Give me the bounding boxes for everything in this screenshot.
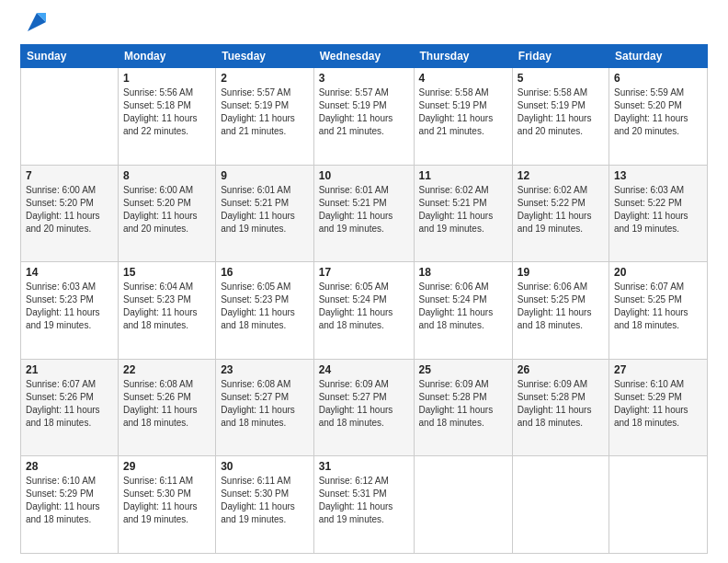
calendar-header-tuesday: Tuesday	[216, 45, 314, 68]
day-info: Sunrise: 6:01 AM Sunset: 5:21 PM Dayligh…	[221, 184, 309, 236]
calendar-week-row: 28Sunrise: 6:10 AM Sunset: 5:29 PM Dayli…	[21, 456, 708, 554]
calendar-day-21: 21Sunrise: 6:07 AM Sunset: 5:26 PM Dayli…	[21, 359, 119, 456]
day-number: 11	[419, 169, 507, 182]
day-info: Sunrise: 6:04 AM Sunset: 5:23 PM Dayligh…	[123, 281, 210, 332]
day-number: 31	[319, 460, 409, 473]
day-number: 13	[614, 169, 702, 182]
calendar-day-24: 24Sunrise: 6:09 AM Sunset: 5:27 PM Dayli…	[313, 359, 414, 456]
day-number: 2	[221, 72, 309, 85]
calendar-day-28: 28Sunrise: 6:10 AM Sunset: 5:29 PM Dayli…	[21, 456, 119, 554]
day-info: Sunrise: 6:05 AM Sunset: 5:24 PM Dayligh…	[319, 281, 409, 332]
calendar-day-empty	[21, 68, 119, 166]
calendar-day-2: 2Sunrise: 5:57 AM Sunset: 5:19 PM Daylig…	[216, 68, 314, 166]
calendar-week-row: 7Sunrise: 6:00 AM Sunset: 5:20 PM Daylig…	[21, 165, 708, 262]
day-number: 7	[26, 169, 113, 182]
day-info: Sunrise: 6:07 AM Sunset: 5:26 PM Dayligh…	[26, 378, 113, 430]
day-number: 19	[518, 266, 604, 279]
calendar-day-13: 13Sunrise: 6:03 AM Sunset: 5:22 PM Dayli…	[609, 165, 707, 262]
day-info: Sunrise: 6:03 AM Sunset: 5:22 PM Dayligh…	[614, 184, 702, 236]
day-info: Sunrise: 6:09 AM Sunset: 5:28 PM Dayligh…	[518, 378, 604, 430]
day-info: Sunrise: 6:02 AM Sunset: 5:21 PM Dayligh…	[419, 184, 507, 236]
calendar-week-row: 21Sunrise: 6:07 AM Sunset: 5:26 PM Dayli…	[21, 359, 708, 456]
calendar-day-30: 30Sunrise: 6:11 AM Sunset: 5:30 PM Dayli…	[216, 456, 314, 554]
calendar-day-4: 4Sunrise: 5:58 AM Sunset: 5:19 PM Daylig…	[414, 68, 512, 166]
day-info: Sunrise: 6:10 AM Sunset: 5:29 PM Dayligh…	[26, 475, 113, 526]
calendar-day-10: 10Sunrise: 6:01 AM Sunset: 5:21 PM Dayli…	[313, 165, 414, 262]
calendar-day-9: 9Sunrise: 6:01 AM Sunset: 5:21 PM Daylig…	[216, 165, 314, 262]
day-number: 29	[123, 460, 210, 473]
day-info: Sunrise: 5:57 AM Sunset: 5:19 PM Dayligh…	[319, 86, 409, 138]
calendar-day-12: 12Sunrise: 6:02 AM Sunset: 5:22 PM Dayli…	[512, 165, 609, 262]
day-info: Sunrise: 6:09 AM Sunset: 5:27 PM Dayligh…	[319, 378, 409, 430]
calendar-day-11: 11Sunrise: 6:02 AM Sunset: 5:21 PM Dayli…	[414, 165, 512, 262]
calendar-day-empty	[609, 456, 707, 554]
header	[20, 17, 708, 35]
day-number: 15	[123, 266, 210, 279]
day-number: 14	[26, 266, 113, 279]
calendar-day-6: 6Sunrise: 5:59 AM Sunset: 5:20 PM Daylig…	[609, 68, 707, 166]
day-number: 6	[614, 72, 702, 85]
page: SundayMondayTuesdayWednesdayThursdayFrid…	[0, 0, 728, 563]
day-info: Sunrise: 6:10 AM Sunset: 5:29 PM Dayligh…	[614, 378, 702, 430]
calendar-day-19: 19Sunrise: 6:06 AM Sunset: 5:25 PM Dayli…	[512, 262, 609, 360]
calendar-day-16: 16Sunrise: 6:05 AM Sunset: 5:23 PM Dayli…	[216, 262, 314, 360]
day-number: 25	[419, 363, 507, 376]
day-number: 22	[123, 363, 210, 376]
day-number: 26	[518, 363, 604, 376]
day-info: Sunrise: 6:02 AM Sunset: 5:22 PM Dayligh…	[518, 184, 604, 236]
logo-icon	[24, 9, 50, 35]
calendar-header-thursday: Thursday	[414, 45, 512, 68]
calendar-day-empty	[414, 456, 512, 554]
day-info: Sunrise: 6:12 AM Sunset: 5:31 PM Dayligh…	[319, 475, 409, 526]
calendar-day-27: 27Sunrise: 6:10 AM Sunset: 5:29 PM Dayli…	[609, 359, 707, 456]
day-info: Sunrise: 5:59 AM Sunset: 5:20 PM Dayligh…	[614, 86, 702, 138]
day-info: Sunrise: 5:56 AM Sunset: 5:18 PM Dayligh…	[123, 86, 210, 138]
calendar-header-wednesday: Wednesday	[313, 45, 414, 68]
calendar-day-26: 26Sunrise: 6:09 AM Sunset: 5:28 PM Dayli…	[512, 359, 609, 456]
calendar-header-monday: Monday	[118, 45, 215, 68]
day-number: 4	[419, 72, 507, 85]
day-number: 27	[614, 363, 702, 376]
day-number: 12	[518, 169, 604, 182]
day-number: 18	[419, 266, 507, 279]
calendar-day-5: 5Sunrise: 5:58 AM Sunset: 5:19 PM Daylig…	[512, 68, 609, 166]
calendar-week-row: 1Sunrise: 5:56 AM Sunset: 5:18 PM Daylig…	[21, 68, 708, 166]
day-info: Sunrise: 6:00 AM Sunset: 5:20 PM Dayligh…	[26, 184, 113, 236]
calendar-day-22: 22Sunrise: 6:08 AM Sunset: 5:26 PM Dayli…	[118, 359, 215, 456]
day-info: Sunrise: 6:11 AM Sunset: 5:30 PM Dayligh…	[123, 475, 210, 526]
day-number: 28	[26, 460, 113, 473]
calendar-day-3: 3Sunrise: 5:57 AM Sunset: 5:19 PM Daylig…	[313, 68, 414, 166]
calendar-day-29: 29Sunrise: 6:11 AM Sunset: 5:30 PM Dayli…	[118, 456, 215, 554]
day-number: 16	[221, 266, 309, 279]
calendar-day-20: 20Sunrise: 6:07 AM Sunset: 5:25 PM Dayli…	[609, 262, 707, 360]
day-number: 20	[614, 266, 702, 279]
logo-text	[20, 17, 50, 35]
day-info: Sunrise: 6:01 AM Sunset: 5:21 PM Dayligh…	[319, 184, 409, 236]
calendar-day-1: 1Sunrise: 5:56 AM Sunset: 5:18 PM Daylig…	[118, 68, 215, 166]
calendar-header-friday: Friday	[512, 45, 609, 68]
calendar-week-row: 14Sunrise: 6:03 AM Sunset: 5:23 PM Dayli…	[21, 262, 708, 360]
calendar-day-8: 8Sunrise: 6:00 AM Sunset: 5:20 PM Daylig…	[118, 165, 215, 262]
day-info: Sunrise: 6:06 AM Sunset: 5:24 PM Dayligh…	[419, 281, 507, 332]
calendar-day-17: 17Sunrise: 6:05 AM Sunset: 5:24 PM Dayli…	[313, 262, 414, 360]
day-number: 17	[319, 266, 409, 279]
day-number: 8	[123, 169, 210, 182]
calendar-day-15: 15Sunrise: 6:04 AM Sunset: 5:23 PM Dayli…	[118, 262, 215, 360]
day-number: 30	[221, 460, 309, 473]
day-info: Sunrise: 6:03 AM Sunset: 5:23 PM Dayligh…	[26, 281, 113, 332]
calendar-table: SundayMondayTuesdayWednesdayThursdayFrid…	[20, 44, 708, 554]
calendar-day-empty	[512, 456, 609, 554]
day-info: Sunrise: 5:58 AM Sunset: 5:19 PM Dayligh…	[419, 86, 507, 138]
day-info: Sunrise: 6:11 AM Sunset: 5:30 PM Dayligh…	[221, 475, 309, 526]
day-number: 3	[319, 72, 409, 85]
day-info: Sunrise: 6:00 AM Sunset: 5:20 PM Dayligh…	[123, 184, 210, 236]
day-info: Sunrise: 6:06 AM Sunset: 5:25 PM Dayligh…	[518, 281, 604, 332]
day-number: 9	[221, 169, 309, 182]
day-number: 23	[221, 363, 309, 376]
day-number: 5	[518, 72, 604, 85]
day-info: Sunrise: 5:58 AM Sunset: 5:19 PM Dayligh…	[518, 86, 604, 138]
logo-area	[20, 17, 50, 35]
calendar-header-saturday: Saturday	[609, 45, 707, 68]
calendar-day-23: 23Sunrise: 6:08 AM Sunset: 5:27 PM Dayli…	[216, 359, 314, 456]
day-info: Sunrise: 5:57 AM Sunset: 5:19 PM Dayligh…	[221, 86, 309, 138]
